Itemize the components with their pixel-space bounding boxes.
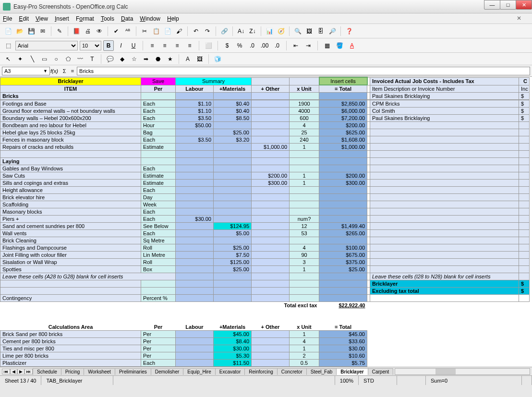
undo-icon[interactable]: ↶ [191, 26, 201, 36]
table-row[interactable]: Boundary walls – Hebel 200x600x200 [0, 115, 141, 122]
fontcolor-icon[interactable]: A [347, 40, 357, 51]
tab-prev-icon[interactable]: ◀ [10, 369, 17, 374]
close-button[interactable]: ✕ [516, 0, 532, 10]
callout-icon[interactable]: 💬 [105, 54, 115, 64]
table-row[interactable] [0, 151, 141, 158]
italic-button[interactable]: I [116, 40, 126, 51]
datasource-icon[interactable]: 🗄 [315, 26, 326, 36]
navigator-icon[interactable]: 🧭 [276, 26, 286, 36]
new-icon[interactable]: 📄 [3, 26, 13, 36]
menu-edit[interactable]: Edit [19, 15, 29, 22]
table-row[interactable]: Ground floor external walls – not bounda… [0, 108, 141, 115]
menu-format[interactable]: Format [76, 15, 94, 22]
tab-pricing[interactable]: Pricing [61, 368, 85, 375]
header-bricklayer[interactable]: Bricklayer [0, 77, 141, 85]
symbol-icon[interactable]: ☆ [129, 54, 139, 64]
curve-icon[interactable]: 〰 [75, 54, 85, 64]
menu-file[interactable]: File [3, 15, 12, 22]
bold-button[interactable]: B [103, 40, 114, 51]
extrusion-icon[interactable]: 🧊 [212, 54, 223, 64]
header-insert-button[interactable]: Insert cells [319, 77, 367, 85]
edit-icon[interactable]: ✎ [54, 26, 65, 36]
status-std[interactable]: STD [359, 376, 397, 385]
autospell-icon[interactable]: ᴬᴮ [122, 26, 133, 36]
maximize-button[interactable]: □ [500, 0, 516, 10]
star-icon[interactable]: ★ [165, 54, 175, 64]
dec-indent-icon[interactable]: ⇤ [290, 40, 301, 51]
inc-indent-icon[interactable]: ⇥ [303, 40, 314, 51]
menu-tools[interactable]: Tools [101, 15, 114, 22]
table-row[interactable]: Hebel glue lays 25 blocks 25kg [0, 129, 141, 136]
table-row[interactable]: Repairs of cracks and rebuilds [0, 144, 141, 151]
table-row[interactable]: Spotties [0, 266, 141, 273]
menu-window[interactable]: Window [140, 15, 160, 22]
table-row[interactable]: Brick elevator hire [0, 194, 141, 201]
table-row[interactable]: Gables and Bay Windows [0, 165, 141, 172]
tab-last-icon[interactable]: ⏭ [24, 369, 33, 374]
help-icon[interactable]: ❓ [344, 26, 354, 36]
flowchart-icon[interactable]: ⬣ [153, 54, 163, 64]
table-row[interactable]: Footings and Base [0, 100, 141, 108]
status-zoom[interactable]: 100% [335, 376, 359, 385]
tab-equip_hire[interactable]: Equip_Hire [183, 368, 215, 375]
font-size-select[interactable]: 10 [80, 41, 101, 50]
redo-icon[interactable]: ↷ [202, 26, 213, 36]
hyperlink-icon[interactable]: 🔗 [219, 26, 230, 36]
tab-bricklayer[interactable]: Bricklayer [336, 368, 368, 375]
zoom-icon[interactable]: 🔎 [327, 26, 338, 36]
currency-icon[interactable]: $ [222, 40, 232, 51]
tab-next-icon[interactable]: ▶ [17, 369, 24, 374]
del-decimal-icon[interactable]: .0 [272, 40, 282, 51]
table-row[interactable]: Flashings and Dampcourse [0, 244, 141, 252]
table-row[interactable]: Sand and cement sundries per 800 [0, 223, 141, 230]
preview-icon[interactable]: 👁 [94, 26, 105, 36]
table-row[interactable]: Sills and copings and extras [0, 180, 141, 187]
polygon-icon[interactable]: ⬠ [63, 54, 73, 64]
email-icon[interactable]: ✉ [37, 26, 48, 36]
chart-icon[interactable]: 📊 [264, 26, 275, 36]
formula-input[interactable] [77, 67, 530, 75]
tab-carpent[interactable]: Carpent [368, 368, 394, 375]
doc-close-icon[interactable]: ✕ [517, 15, 521, 22]
tab-concretor[interactable]: Concretor [277, 368, 307, 375]
find-icon[interactable]: 🔍 [292, 26, 303, 36]
tab-reinforcing[interactable]: Reinforcing [244, 368, 278, 375]
copy-icon[interactable]: 📋 [151, 26, 161, 36]
align-right-icon[interactable]: ≡ [172, 40, 182, 51]
spreadsheet-area[interactable]: Bricklayer Save Summary Insert cells Inv… [0, 77, 532, 367]
pdf-icon[interactable]: 📕 [71, 26, 82, 36]
sort-desc-icon[interactable]: Z↓ [247, 26, 258, 36]
table-row[interactable]: Fences in masonary block [0, 136, 141, 144]
align-justify-icon[interactable]: ≡ [184, 40, 195, 51]
paste-icon[interactable]: 📄 [162, 26, 173, 36]
table-row[interactable]: Bondbeam and reo labour for Hebel [0, 122, 141, 129]
table-row[interactable]: Masonary blocks [0, 208, 141, 216]
equals-icon[interactable]: = [71, 68, 74, 74]
status-sum[interactable]: Sum=0 [426, 376, 522, 385]
fx-icon[interactable]: f(x) [50, 68, 58, 74]
number-icon[interactable]: .0 [247, 40, 257, 51]
styles-icon[interactable]: ⬚ [3, 40, 13, 51]
add-decimal-icon[interactable]: .00 [259, 40, 270, 51]
tab-demolisher[interactable]: Demolisher [151, 368, 184, 375]
tab-first-icon[interactable]: ⏮ [2, 369, 10, 374]
border-icon[interactable]: ▦ [322, 40, 332, 51]
sum-icon[interactable]: Σ [63, 68, 66, 74]
print-icon[interactable]: 🖨 [83, 26, 93, 36]
menu-insert[interactable]: Insert [55, 15, 69, 22]
table-row[interactable]: Sisalation or Wall Wrap [0, 259, 141, 266]
save-icon[interactable]: 💾 [26, 26, 36, 36]
table-row[interactable]: Scaffolding [0, 201, 141, 208]
menu-view[interactable]: View [36, 15, 48, 22]
percent-icon[interactable]: % [234, 40, 245, 51]
format-paint-icon[interactable]: 🖌 [174, 26, 184, 36]
block-icon[interactable]: ➡ [141, 54, 151, 64]
table-row[interactable]: Brick Cleaning [0, 237, 141, 244]
arrow-icon[interactable]: ↖ [3, 54, 13, 64]
fontwork-icon[interactable]: A [182, 54, 193, 64]
edit-points-icon[interactable]: ✦ [15, 54, 25, 64]
menu-data[interactable]: Data [121, 15, 133, 22]
shapes-icon[interactable]: ◆ [117, 54, 127, 64]
align-center-icon[interactable]: ≡ [159, 40, 170, 51]
align-left-icon[interactable]: ≡ [147, 40, 157, 51]
